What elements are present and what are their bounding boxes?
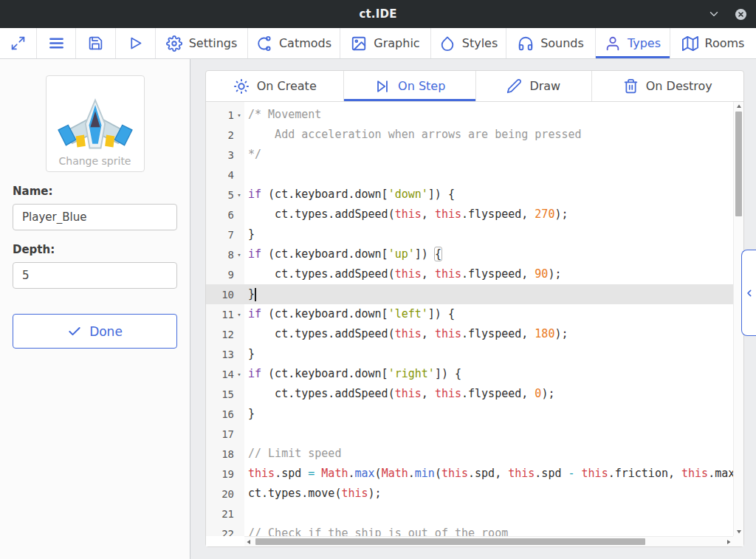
chevron-left-icon: [743, 287, 755, 299]
triangle-left-icon: [246, 539, 252, 545]
code-line[interactable]: 16}: [206, 404, 733, 424]
side-panel-toggle[interactable]: [741, 250, 756, 336]
code-line[interactable]: 20ct.types.move(this);: [206, 484, 733, 504]
line-number: 17: [206, 424, 244, 444]
catmods-icon: [256, 35, 272, 52]
window-controls: [706, 0, 749, 28]
tab-rooms[interactable]: Rooms: [670, 28, 756, 58]
fold-arrow-icon[interactable]: ▾: [234, 112, 244, 119]
code-line[interactable]: 5▾if (ct.keyboard.down['down']) {: [206, 185, 733, 205]
code-editor[interactable]: 1▾/* Movement2 Add acceleration when arr…: [206, 102, 743, 546]
tab-on-destroy[interactable]: On Destroy: [592, 71, 743, 101]
code-text: if (ct.keyboard.down['up']) {: [244, 244, 441, 264]
code-line[interactable]: 9 ct.types.addSpeed(this, this.flyspeed,…: [206, 264, 733, 284]
toolbar: Settings Catmods Graphic Styles Sounds T…: [0, 28, 756, 59]
scroll-left-button[interactable]: [244, 537, 253, 546]
headphones-icon: [518, 35, 534, 52]
event-tab-bar: On Create On Step Draw On Destroy: [206, 71, 743, 102]
line-number: 2: [206, 125, 244, 145]
horizontal-scroll-thumb[interactable]: [255, 538, 645, 545]
sun-icon: [233, 78, 250, 95]
vertical-scroll-thumb[interactable]: [735, 112, 742, 216]
code-text: // Limit speed: [244, 444, 341, 464]
code-line[interactable]: 11▾if (ct.keyboard.down['left']) {: [206, 304, 733, 324]
code-text: this.spd = Math.max(Math.min(this.spd, t…: [244, 464, 733, 484]
code-text: Add acceleration when arrows are being p…: [244, 125, 582, 145]
name-input[interactable]: [13, 204, 177, 230]
line-number: 10: [206, 284, 244, 304]
close-icon: [734, 7, 748, 21]
code-line[interactable]: 10}: [206, 284, 733, 304]
code-line[interactable]: 22// Check if the ship is out of the roo…: [206, 524, 733, 536]
tab-on-step[interactable]: On Step: [344, 71, 476, 101]
fold-arrow-icon[interactable]: ▾: [234, 311, 244, 318]
tab-label-draw: Draw: [529, 79, 560, 93]
save-button[interactable]: [76, 28, 116, 58]
close-button[interactable]: [732, 6, 749, 22]
scroll-right-button[interactable]: [724, 537, 733, 546]
tab-styles[interactable]: Styles: [431, 28, 506, 58]
tab-graphic[interactable]: Graphic: [340, 28, 431, 58]
line-number: 14▾: [206, 364, 244, 384]
code-line[interactable]: 6 ct.types.addSpeed(this, this.flyspeed,…: [206, 205, 733, 224]
toolbar-label-catmods: Catmods: [279, 36, 331, 50]
code-text: */: [244, 145, 261, 165]
droplet-icon: [439, 35, 456, 52]
line-number: 3: [206, 145, 244, 165]
code-text: if (ct.keyboard.down['right']) {: [244, 364, 461, 384]
change-sprite-button[interactable]: Change sprite: [46, 75, 145, 172]
horizontal-scrollbar[interactable]: [244, 536, 733, 546]
main-content: Change sprite Name: Depth: Done On Creat…: [0, 59, 756, 559]
done-button[interactable]: Done: [13, 314, 177, 349]
code-line[interactable]: 3*/: [206, 145, 733, 165]
app-window: ct.IDE Settings Catmods: [0, 0, 756, 559]
fold-arrow-icon[interactable]: ▾: [234, 371, 244, 378]
code-text: }: [244, 404, 255, 424]
expand-button[interactable]: [0, 28, 37, 58]
pencil-icon: [506, 78, 522, 94]
tab-sounds[interactable]: Sounds: [506, 28, 596, 58]
code-line[interactable]: 15 ct.types.addSpeed(this, this.flyspeed…: [206, 384, 733, 404]
window-menu-button[interactable]: [706, 6, 722, 22]
code-area[interactable]: 1▾/* Movement2 Add acceleration when arr…: [206, 102, 733, 536]
code-text: }: [244, 284, 256, 304]
code-line[interactable]: 21: [206, 504, 733, 524]
menu-button[interactable]: [37, 28, 76, 58]
line-number: 20: [206, 484, 244, 504]
tab-types[interactable]: Types: [596, 28, 670, 58]
tab-draw[interactable]: Draw: [476, 71, 592, 101]
skip-forward-icon: [374, 78, 391, 95]
fold-arrow-icon[interactable]: ▾: [234, 191, 244, 199]
code-line[interactable]: 17: [206, 424, 733, 444]
code-text: }: [244, 224, 255, 244]
gear-icon: [166, 35, 182, 52]
code-line[interactable]: 8▾if (ct.keyboard.down['up']) {: [206, 244, 733, 264]
code-text: [244, 424, 248, 444]
code-line[interactable]: 14▾if (ct.keyboard.down['right']) {: [206, 364, 733, 384]
code-line[interactable]: 12 ct.types.addSpeed(this, this.flyspeed…: [206, 324, 733, 344]
done-label: Done: [89, 324, 123, 339]
code-line[interactable]: 1▾/* Movement: [206, 105, 733, 125]
code-line[interactable]: 4: [206, 165, 733, 185]
code-text: [244, 165, 248, 185]
scroll-up-button[interactable]: [734, 102, 743, 111]
tab-on-create[interactable]: On Create: [206, 71, 344, 101]
map-icon: [682, 35, 698, 52]
tab-settings[interactable]: Settings: [156, 28, 248, 58]
scroll-down-button[interactable]: [734, 527, 743, 536]
menu-icon: [48, 35, 65, 52]
code-line[interactable]: 2 Add acceleration when arrows are being…: [206, 125, 733, 145]
tab-catmods[interactable]: Catmods: [248, 28, 340, 58]
code-line[interactable]: 19this.spd = Math.max(Math.min(this.spd,…: [206, 464, 733, 484]
line-number: 12: [206, 324, 244, 344]
code-line[interactable]: 13}: [206, 344, 733, 364]
chevron-down-icon: [707, 7, 721, 21]
code-text: if (ct.keyboard.down['left']) {: [244, 304, 455, 324]
trash-icon: [623, 78, 639, 94]
code-line[interactable]: 7}: [206, 224, 733, 244]
run-button[interactable]: [116, 28, 156, 58]
depth-input[interactable]: [13, 262, 177, 289]
code-text: // Check if the ship is out of the room: [244, 524, 508, 536]
fold-arrow-icon[interactable]: ▾: [234, 251, 244, 258]
code-line[interactable]: 18// Limit speed: [206, 444, 733, 464]
